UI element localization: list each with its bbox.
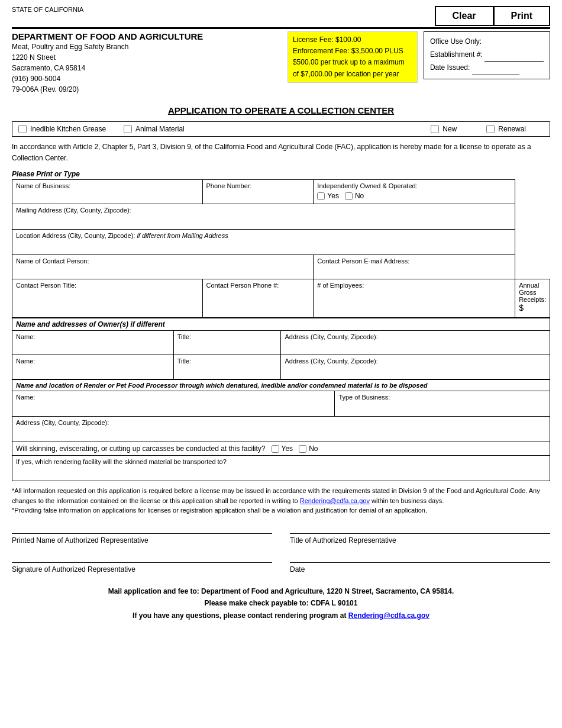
mail-line3-text: If you have any questions, please contac… xyxy=(133,611,348,620)
inedible-kitchen-grease-item[interactable]: Inedible Kitchen Grease xyxy=(18,125,106,133)
top-buttons: Clear Print xyxy=(435,6,550,26)
contact-person-cell: Name of Contact Person: xyxy=(12,255,314,279)
mailing-address-label: Mailing Address (City, County, Zipcode): xyxy=(16,207,511,214)
title-line xyxy=(290,533,550,534)
owner-title2-input[interactable] xyxy=(177,365,277,376)
mailing-address-input[interactable] xyxy=(16,214,511,227)
print-button[interactable]: Print xyxy=(493,6,550,26)
location-address-cell: Location Address (City, County, Zipcode)… xyxy=(12,230,515,255)
skinning-followup-input[interactable] xyxy=(16,465,546,478)
owner-name2-input[interactable] xyxy=(16,365,170,376)
printed-name-block: Printed Name of Authorized Representativ… xyxy=(12,533,272,545)
app-title: APPLICATION TO OPERATE A COLLECTION CENT… xyxy=(12,105,550,115)
signature-section: Printed Name of Authorized Representativ… xyxy=(12,533,550,545)
no-label: No xyxy=(355,192,364,200)
location-address-label: Location Address (City, County, Zipcode)… xyxy=(16,232,511,239)
render-address-input[interactable] xyxy=(16,426,546,439)
business-name-input[interactable] xyxy=(16,189,199,201)
dollar-sign: $ xyxy=(519,303,524,313)
mailing-address-cell: Mailing Address (City, County, Zipcode): xyxy=(12,204,515,230)
note1-text: *All information requested on this appli… xyxy=(12,487,540,504)
num-employees-cell: # of Employees: xyxy=(314,279,515,318)
rendering-email-link2[interactable]: Rendering@cdfa.ca.gov xyxy=(348,611,429,620)
contact-email-label: Contact Person E-mail Address: xyxy=(317,257,511,265)
owner-section-header: Name and addresses of Owner(s) if differ… xyxy=(12,318,550,330)
renewal-item[interactable]: Renewal xyxy=(486,125,526,133)
printed-name-label: Printed Name of Authorized Representativ… xyxy=(12,536,272,545)
contact-phone-input[interactable] xyxy=(206,289,310,301)
owner-table: Name: Title: Address (City, County, Zipc… xyxy=(12,330,550,379)
title-label: Title of Authorized Representative xyxy=(290,536,550,545)
form-table: Name of Business: Phone Number: Independ… xyxy=(12,179,550,318)
contact-email-input[interactable] xyxy=(317,265,511,276)
fee-line3: $500.00 per truck up to a maximum xyxy=(293,57,412,68)
printed-name-line xyxy=(12,533,272,534)
num-employees-input[interactable] xyxy=(317,289,511,301)
yes-item[interactable]: Yes xyxy=(317,192,339,200)
skinning-followup-label: If yes, which rendering facility will th… xyxy=(16,458,546,465)
location-address-input[interactable] xyxy=(16,239,511,252)
render-address-label: Address (City, County, Zipcode): xyxy=(16,419,546,426)
contact-title-label: Contact Person Title: xyxy=(16,282,199,289)
table-row: Address (City, County, Zipcode): xyxy=(12,417,550,442)
contact-email-cell: Contact Person E-mail Address: xyxy=(314,255,515,279)
skinning-question-cell: Will skinning, eviscerating, or cutting … xyxy=(12,442,550,456)
owner-address1-input[interactable] xyxy=(285,340,546,352)
type-of-business-label: Type of Business: xyxy=(338,394,546,401)
owner-address2-label: Address (City, County, Zipcode): xyxy=(285,357,546,365)
render-name-label: Name: xyxy=(16,394,331,401)
owner-title2-label: Title: xyxy=(177,357,277,365)
annual-gross-label: Annual Gross Receipts: xyxy=(519,282,546,303)
skinning-no-checkbox[interactable] xyxy=(299,445,306,453)
independently-owned-label: Independently Owned & Operated: xyxy=(317,182,511,189)
render-name-input[interactable] xyxy=(16,401,331,414)
renewal-checkbox[interactable] xyxy=(486,125,495,133)
annual-gross-cell: Annual Gross Receipts: $ xyxy=(515,279,550,318)
contact-person-input[interactable] xyxy=(16,265,309,276)
contact-title-input[interactable] xyxy=(16,289,199,301)
date-line xyxy=(290,562,550,563)
fee-box: License Fee: $100.00 Enforcement Fee: $3… xyxy=(288,31,418,83)
dept-phone: (916) 900-5004 xyxy=(12,73,282,84)
owner-address1-label: Address (City, County, Zipcode): xyxy=(285,333,546,340)
phone-number-cell: Phone Number: xyxy=(202,180,314,204)
contact-person-label: Name of Contact Person: xyxy=(16,257,309,265)
new-item[interactable]: New xyxy=(431,125,457,133)
no-checkbox[interactable] xyxy=(345,192,353,200)
fee-line4: of $7,000.00 per location per year xyxy=(293,69,412,80)
no-item[interactable]: No xyxy=(345,192,364,200)
new-checkbox[interactable] xyxy=(431,125,439,133)
owner-title1-label: Title: xyxy=(177,333,277,340)
yes-no-group: Yes No xyxy=(317,192,511,200)
dept-branch: Meat, Poultry and Egg Safety Branch xyxy=(12,41,282,52)
skinning-yes-label: Yes xyxy=(282,444,293,453)
description-text: In accordance with Article 2, Chapter 5,… xyxy=(12,141,550,164)
rendering-email-link1[interactable]: Rendering@cdfa.ca.gov xyxy=(300,497,370,504)
owner-address1-cell: Address (City, County, Zipcode): xyxy=(281,331,550,355)
skinning-yes-checkbox[interactable] xyxy=(272,445,279,453)
owner-address2-cell: Address (City, County, Zipcode): xyxy=(281,355,550,379)
owner-title1-input[interactable] xyxy=(177,340,277,352)
owner-address2-input[interactable] xyxy=(285,365,546,376)
independently-owned-cell: Independently Owned & Operated: Yes No xyxy=(314,180,515,204)
phone-number-input[interactable] xyxy=(206,189,310,201)
render-address-cell: Address (City, County, Zipcode): xyxy=(12,417,550,442)
render-section-header: Name and location of Render or Pet Food … xyxy=(12,379,550,391)
inedible-kitchen-grease-checkbox[interactable] xyxy=(18,125,27,133)
clear-button[interactable]: Clear xyxy=(435,6,493,26)
table-row: Name: Title: Address (City, County, Zipc… xyxy=(12,355,550,379)
skinning-no-item[interactable]: No xyxy=(299,444,318,453)
note2-text: *Providing false information on applicat… xyxy=(12,507,427,514)
animal-material-checkbox[interactable] xyxy=(124,125,132,133)
animal-material-item[interactable]: Animal Material xyxy=(124,125,185,133)
please-print: Please Print or Type xyxy=(12,170,550,178)
office-establishment: Establishment #: xyxy=(430,49,544,62)
dept-form-number: 79-006A (Rev. 09/20) xyxy=(12,84,282,95)
yes-label: Yes xyxy=(327,192,339,200)
owner-name1-input[interactable] xyxy=(16,340,170,352)
yes-checkbox[interactable] xyxy=(317,192,325,200)
type-of-business-input[interactable] xyxy=(338,401,546,414)
owner-name2-cell: Name: xyxy=(12,355,174,379)
annual-gross-input[interactable]: $ xyxy=(519,303,546,315)
skinning-yes-item[interactable]: Yes xyxy=(272,444,293,453)
